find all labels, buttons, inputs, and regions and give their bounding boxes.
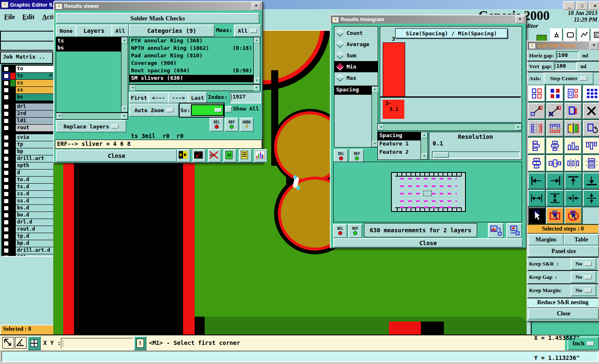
measure-type-item[interactable]: Spacing: [334, 86, 372, 95]
align-top-row-icon[interactable]: [583, 138, 599, 154]
replace-layers-dropdown[interactable]: Replace layers: [56, 120, 126, 133]
layer-visibility-checkbox[interactable]: [3, 198, 9, 204]
layer-row[interactable]: rout.d: [2, 226, 53, 233]
mirror-color-icon[interactable]: [564, 120, 582, 137]
layer-name[interactable]: ldi: [15, 118, 53, 124]
category-item[interactable]: Rout spacing (694)(D:90): [129, 67, 254, 75]
layer-name[interactable]: cs: [15, 80, 53, 86]
stat-radio[interactable]: Max: [334, 72, 378, 84]
margins-button[interactable]: Margins: [528, 234, 564, 246]
layer-visibility-checkbox[interactable]: [3, 184, 9, 190]
center-column-icon[interactable]: [528, 155, 545, 172]
layers-all-button[interactable]: All: [111, 25, 129, 37]
layer-row[interactable]: ts.d: [2, 184, 53, 190]
xy-input[interactable]: [61, 338, 133, 349]
layer-color-swatch[interactable]: [10, 191, 15, 197]
layer-row[interactable]: bp: [2, 148, 53, 155]
pan-mode-icon[interactable]: [2, 337, 14, 349]
pattern-filled-icon[interactable]: [546, 85, 564, 102]
field-item[interactable]: Spacing: [378, 132, 421, 140]
layer-row[interactable]: tp: [2, 141, 53, 148]
layer-visibility-checkbox[interactable]: [3, 255, 9, 257]
layer-row[interactable]: to.d: [2, 177, 53, 183]
board-preview[interactable]: [333, 162, 522, 222]
layer-color-swatch[interactable]: [10, 148, 15, 155]
menu-item[interactable]: Edit: [22, 13, 35, 21]
layer-color-swatch[interactable]: [10, 226, 15, 233]
layer-visibility-checkbox[interactable]: [3, 170, 9, 176]
layer-name[interactable]: cs.d: [15, 191, 53, 197]
layer-visibility-checkbox[interactable]: [3, 241, 9, 246]
layer-color-swatch[interactable]: [10, 254, 15, 257]
layer-color-swatch[interactable]: [10, 233, 15, 240]
layer-name[interactable]: bs.d: [15, 205, 53, 212]
layer-color-swatch[interactable]: [10, 198, 15, 204]
layer-name[interactable]: 2rd: [15, 111, 53, 117]
layer-name[interactable]: ss: [15, 87, 53, 93]
keep-dropdown[interactable]: No: [571, 285, 597, 296]
field-item[interactable]: Feature 2: [378, 149, 421, 157]
center-row-icon[interactable]: [546, 155, 564, 172]
result-layers-list[interactable]: tsbs ▲▼: [56, 37, 128, 113]
layer-visibility-checkbox[interactable]: [3, 66, 9, 72]
layer-row[interactable]: drl: [2, 103, 53, 110]
layer-visibility-checkbox[interactable]: [3, 111, 9, 117]
close-window-button[interactable]: ×: [252, 2, 261, 10]
grid-toggle-icon[interactable]: [27, 336, 41, 350]
layer-visibility-checkbox[interactable]: [3, 87, 9, 93]
last-button[interactable]: Last: [188, 92, 207, 103]
reduce-nesting-button[interactable]: Reduce S&R nesting: [527, 298, 598, 308]
push-right-icon[interactable]: [546, 172, 564, 189]
layer-name[interactable]: drl: [15, 103, 53, 110]
slider-thumb[interactable]: [433, 152, 449, 158]
notes-page-icon[interactable]: [239, 149, 252, 162]
select-polygon-icon[interactable]: [564, 207, 582, 224]
layer-color-swatch[interactable]: [10, 87, 15, 93]
auto-zoom-dropdown[interactable]: Auto Zoom: [129, 103, 179, 117]
layer-visibility-checkbox[interactable]: [3, 94, 9, 100]
squeeze-horizontal-icon[interactable]: [564, 190, 582, 207]
layer-name[interactable]: 121: [15, 254, 53, 257]
layer-row[interactable]: bs: [2, 94, 53, 101]
histogram-titlebar[interactable]: × Results histogram ×: [331, 15, 526, 24]
layer-row[interactable]: ldi: [2, 118, 53, 124]
reference-button[interactable]: REF: [225, 118, 239, 132]
layer-color-swatch[interactable]: [10, 162, 15, 169]
restore-button[interactable]: □: [576, 1, 588, 10]
preview-del-button[interactable]: DEL: [333, 224, 347, 238]
align-bottom-row-icon[interactable]: [564, 138, 582, 154]
layer-name[interactable]: to: [15, 66, 53, 72]
layer-name[interactable]: rout.d: [15, 226, 53, 233]
layer-visibility-checkbox[interactable]: [3, 125, 9, 131]
category-item[interactable]: Coverage (900): [129, 60, 254, 67]
pad-tool-icon[interactable]: [550, 28, 563, 42]
index-input[interactable]: 1927: [230, 92, 261, 103]
delete-step-icon[interactable]: [583, 103, 599, 119]
layer-visibility-checkbox[interactable]: [3, 142, 9, 148]
layer-row[interactable]: tp.d: [2, 233, 53, 240]
layer-visibility-checkbox[interactable]: [3, 248, 9, 253]
layer-row[interactable]: drl.d: [2, 219, 53, 226]
layer-color-swatch[interactable]: [10, 73, 15, 79]
layer-color-swatch[interactable]: [10, 247, 15, 254]
layer-color-swatch[interactable]: [10, 141, 15, 148]
first-button[interactable]: First: [129, 92, 149, 103]
show-all-checkbox[interactable]: [225, 106, 230, 111]
close-button[interactable]: ×: [589, 1, 599, 10]
preview-ref-button[interactable]: REF: [348, 224, 362, 238]
layer-color-swatch[interactable]: [10, 80, 15, 86]
layer-color-swatch[interactable]: [10, 134, 15, 141]
layer-name[interactable]: ts.d: [15, 184, 53, 190]
overlap-steps-icon[interactable]: [564, 103, 582, 119]
results-viewer-titlebar[interactable]: × Results viewer ×: [54, 2, 262, 10]
prev-button[interactable]: <---: [148, 92, 169, 103]
layer-name[interactable]: to.d: [15, 177, 53, 183]
layer-name[interactable]: bs: [15, 94, 53, 101]
categories-list[interactable]: PTH annular Ring (368) NPTH annular Ring…: [129, 37, 260, 84]
polyline-tool-icon[interactable]: [577, 28, 590, 42]
mirror-horizontal-icon[interactable]: [528, 120, 545, 137]
layer-row[interactable]: 121: [2, 254, 53, 257]
layer-row[interactable]: ss.d: [2, 198, 53, 204]
frame-tool-icon[interactable]: [591, 28, 599, 42]
next-button[interactable]: --->: [168, 92, 189, 103]
